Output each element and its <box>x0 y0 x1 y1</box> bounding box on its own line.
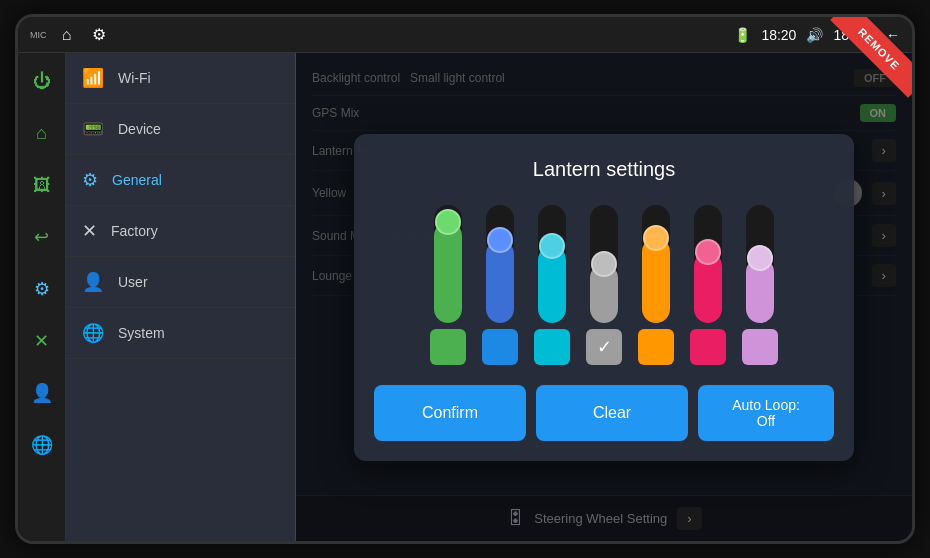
sliders-area: ✓ <box>374 205 834 365</box>
modal-buttons: Confirm Clear Auto Loop: Off <box>374 385 834 441</box>
swatch-green[interactable] <box>430 329 466 365</box>
swatch-purple[interactable] <box>742 329 778 365</box>
swatch-blue[interactable] <box>482 329 518 365</box>
status-bar: MIC ⌂ ⚙ 🔋 18:20 🔊 18 ⬜ ← <box>18 17 912 53</box>
wifi-label: Wi-Fi <box>118 70 151 86</box>
remove-ribbon: REMOVE <box>822 17 912 107</box>
sidebar-user[interactable]: 👤 <box>24 375 60 411</box>
factory-label: Factory <box>111 223 158 239</box>
remove-label: REMOVE <box>830 17 912 98</box>
slider-pink-track[interactable] <box>694 205 722 323</box>
slider-green-col <box>430 205 466 365</box>
autoloop-button[interactable]: Auto Loop: Off <box>698 385 834 441</box>
slider-pink-col <box>690 205 726 365</box>
clear-button[interactable]: Clear <box>536 385 688 441</box>
system-label: System <box>118 325 165 341</box>
settings-item-user[interactable]: 👤 User <box>66 257 295 308</box>
swatch-white[interactable]: ✓ <box>586 329 622 365</box>
slider-blue-thumb <box>487 227 513 253</box>
slider-blue-track[interactable] <box>486 205 514 323</box>
sidebar-tools[interactable]: ✕ <box>24 323 60 359</box>
slider-green-thumb <box>435 209 461 235</box>
right-content: Backlight control Small light control OF… <box>296 53 912 541</box>
slider-purple-track[interactable] <box>746 205 774 323</box>
time-display: 18:20 <box>761 27 796 43</box>
left-sidebar: ⏻ ⌂ 🖼 ↩ ⚙ ✕ 👤 🌐 <box>18 53 66 541</box>
slider-blue-col <box>482 205 518 365</box>
settings-item-factory[interactable]: ✕ Factory <box>66 206 295 257</box>
sidebar-power[interactable]: ⏻ <box>24 63 60 99</box>
user-icon: 👤 <box>82 271 104 293</box>
device-label: Device <box>118 121 161 137</box>
general-label: General <box>112 172 162 188</box>
modal-overlay: Lantern settings <box>296 53 912 541</box>
slider-white-thumb <box>591 251 617 277</box>
general-icon: ⚙ <box>82 169 98 191</box>
device-icon: 📟 <box>82 118 104 140</box>
status-left: MIC ⌂ ⚙ <box>30 23 111 47</box>
slider-white-col: ✓ <box>586 205 622 365</box>
settings-panel: 📶 Wi-Fi 📟 Device ⚙ General ✕ Factory 👤 U… <box>66 53 296 541</box>
slider-cyan-track[interactable] <box>538 205 566 323</box>
swatch-cyan[interactable] <box>534 329 570 365</box>
slider-cyan-col <box>534 205 570 365</box>
modal-title: Lantern settings <box>374 158 834 181</box>
settings-item-system[interactable]: 🌐 System <box>66 308 295 359</box>
device-frame: REMOVE MIC ⌂ ⚙ 🔋 18:20 🔊 18 ⬜ ← ⏻ ⌂ 🖼 ↩ … <box>15 14 915 544</box>
slider-orange-col <box>638 205 674 365</box>
system-icon: 🌐 <box>82 322 104 344</box>
user-label: User <box>118 274 148 290</box>
lantern-modal: Lantern settings <box>354 134 854 461</box>
volume-icon: 🔊 <box>806 27 823 43</box>
sidebar-display[interactable]: 🖼 <box>24 167 60 203</box>
slider-white-track[interactable] <box>590 205 618 323</box>
settings-icon[interactable]: ⚙ <box>87 23 111 47</box>
sidebar-globe[interactable]: 🌐 <box>24 427 60 463</box>
sidebar-settings[interactable]: ⚙ <box>24 271 60 307</box>
wifi-icon: 📶 <box>82 67 104 89</box>
factory-icon: ✕ <box>82 220 97 242</box>
settings-item-wifi[interactable]: 📶 Wi-Fi <box>66 53 295 104</box>
slider-purple-col <box>742 205 778 365</box>
slider-purple-thumb <box>747 245 773 271</box>
sidebar-home[interactable]: ⌂ <box>24 115 60 151</box>
slider-cyan-thumb <box>539 233 565 259</box>
slider-green-fill <box>434 222 462 323</box>
slider-green-track[interactable] <box>434 205 462 323</box>
battery-icon: 🔋 <box>734 27 751 43</box>
main-content: ⏻ ⌂ 🖼 ↩ ⚙ ✕ 👤 🌐 📶 Wi-Fi 📟 Device ⚙ Gener… <box>18 53 912 541</box>
settings-item-device[interactable]: 📟 Device <box>66 104 295 155</box>
swatch-pink[interactable] <box>690 329 726 365</box>
slider-orange-track[interactable] <box>642 205 670 323</box>
settings-item-general[interactable]: ⚙ General <box>66 155 295 206</box>
sidebar-back[interactable]: ↩ <box>24 219 60 255</box>
mic-label: MIC <box>30 30 47 40</box>
slider-pink-thumb <box>695 239 721 265</box>
slider-orange-thumb <box>643 225 669 251</box>
home-icon[interactable]: ⌂ <box>55 23 79 47</box>
swatch-orange[interactable] <box>638 329 674 365</box>
confirm-button[interactable]: Confirm <box>374 385 526 441</box>
